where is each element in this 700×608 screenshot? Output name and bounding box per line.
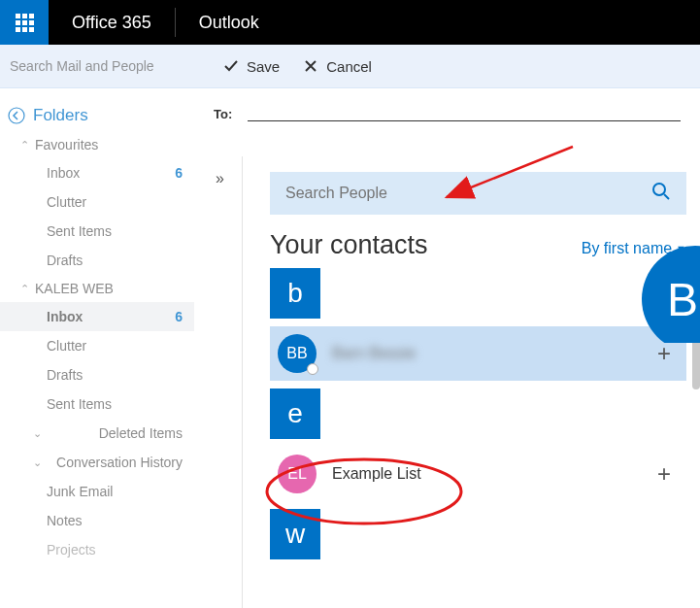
sidebar-item-label: Inbox [47,309,83,324]
contacts-heading: Your contacts [270,230,428,260]
cancel-label: Cancel [326,58,372,75]
chevron-down-icon: ⌄ [33,456,45,469]
close-icon [303,58,318,74]
avatar-initials: EL [287,465,307,483]
sidebar-item-drafts[interactable]: Drafts [0,360,194,389]
sidebar-item-label: Deleted Items [99,425,183,441]
sidebar-group-favourites[interactable]: ⌃ Favourites [0,131,194,158]
avatar-initials: BB [286,345,307,362]
sidebar-item-label: Junk Email [47,484,113,499]
sidebar-group-label: Favourites [35,137,98,152]
sidebar-item-drafts[interactable]: Drafts [0,246,194,275]
sidebar-item-label: Conversation History [56,455,183,470]
sidebar-item-label: Notes [47,513,83,528]
sidebar-item-label: Inbox [47,165,80,181]
unread-count: 6 [175,309,183,324]
contact-avatar: BB [278,334,317,373]
app-launcher-button[interactable] [0,0,49,45]
sidebar-item-clutter[interactable]: Clutter [0,331,194,360]
people-picker-panel: Your contacts By first name ▼ b BB Barn … [243,156,700,608]
sidebar-group-account[interactable]: ⌃ KALEB WEB [0,275,194,302]
sidebar-item-projects[interactable]: Projects [0,535,194,564]
presence-indicator-icon [307,363,318,375]
sidebar-item-label: Clutter [47,194,86,210]
preview-avatar: B [642,246,700,343]
svg-point-1 [653,184,665,195]
compose-toolbar: Save Cancel [0,45,700,88]
chevron-up-icon: ⌃ [17,139,31,152]
search-icon[interactable] [651,182,671,205]
people-search-box[interactable] [270,172,686,215]
sidebar-item-label: Sent Items [47,396,112,412]
folder-sidebar: Folders ⌃ Favourites Inbox 6 Clutter Sen… [0,88,194,608]
contact-row[interactable]: BB Barn Bessie + [270,326,686,381]
collapse-column: » [194,156,243,608]
sidebar-group-label: KALEB WEB [35,281,114,296]
sidebar-item-conversation-history[interactable]: ⌄ Conversation History [0,448,194,477]
contact-avatar: EL [278,455,317,493]
contact-row[interactable]: EL Example List + [270,447,686,501]
letter-group-e[interactable]: e [270,388,320,439]
sidebar-item-label: Drafts [47,367,83,383]
folders-header-label: Folders [33,106,88,125]
folders-header[interactable]: Folders [0,100,194,131]
compose-main: To: » Your contacts [194,88,700,608]
sidebar-item-deleted[interactable]: ⌄ Deleted Items [0,419,194,448]
sidebar-item-label: Projects [47,542,96,557]
svg-line-2 [664,194,669,199]
sidebar-item-label: Clutter [47,338,86,354]
cancel-button[interactable]: Cancel [303,58,372,75]
unread-count: 6 [175,165,183,181]
back-arrow-icon [8,107,25,124]
sidebar-item-sent[interactable]: Sent Items [0,389,194,419]
sidebar-item-notes[interactable]: Notes [0,506,194,535]
sidebar-item-label: Drafts [47,253,83,268]
people-search-input[interactable] [285,185,651,202]
svg-point-0 [9,108,24,123]
global-search-input[interactable] [10,52,184,80]
expand-chevron-icon[interactable]: » [216,170,220,608]
chevron-down-icon: ⌄ [33,427,45,440]
sidebar-item-inbox[interactable]: Inbox 6 [0,158,194,187]
add-contact-button[interactable]: + [653,460,675,488]
to-field-label: To: [214,107,232,121]
top-bar: Office 365 Outlook [0,0,700,45]
preview-initial: B [667,273,698,326]
contact-preview: B [642,246,700,343]
to-field-input[interactable] [248,106,681,121]
sidebar-item-clutter[interactable]: Clutter [0,187,194,217]
chevron-up-icon: ⌃ [17,283,31,295]
add-contact-button[interactable]: + [653,340,675,367]
contact-name: Barn Bessie [332,345,653,362]
sidebar-item-sent[interactable]: Sent Items [0,217,194,246]
sidebar-item-label: Sent Items [47,223,112,239]
sidebar-item-junk[interactable]: Junk Email [0,477,194,506]
contact-name: Example List [332,465,653,483]
waffle-icon [16,14,34,32]
letter-group-b[interactable]: b [270,268,320,319]
app-label[interactable]: Outlook [176,13,283,33]
check-icon [223,58,239,74]
letter-group-w[interactable]: w [270,509,320,559]
brand-label[interactable]: Office 365 [49,13,175,33]
save-button[interactable]: Save [223,58,280,75]
sidebar-item-inbox[interactable]: Inbox 6 [0,302,194,331]
save-label: Save [247,58,280,75]
